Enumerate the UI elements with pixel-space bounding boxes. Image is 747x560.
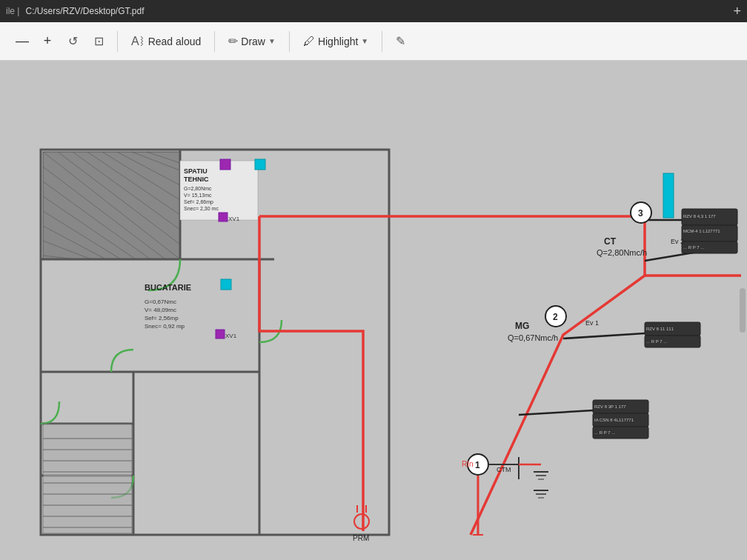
file-path: C:/Users/RZV/Desktop/GT.pdf	[25, 6, 144, 16]
svg-text:CT: CT	[604, 236, 617, 247]
svg-text:MCM-4 1 L127771: MCM-4 1 L127771	[683, 229, 720, 233]
svg-text:V= 15,13mc: V= 15,13mc	[184, 193, 212, 198]
fit-icon: ⊡	[94, 34, 104, 48]
draw-icon: ✏	[228, 34, 238, 48]
highlight-button[interactable]: 🖊 Highlight ▼	[297, 32, 374, 51]
read-aloud-label: Read aloud	[148, 36, 202, 47]
svg-text:RZV 8 3P 1 177: RZV 8 3P 1 177	[594, 404, 626, 409]
svg-text:3: 3	[638, 208, 643, 219]
svg-text:Snec= 0,92 mp: Snec= 0,92 mp	[145, 323, 185, 330]
svg-text:Q=2,80Nmc/h: Q=2,80Nmc/h	[597, 248, 647, 257]
zoom-in-button[interactable]: +	[37, 31, 58, 52]
svg-text:2: 2	[553, 312, 558, 322]
more-tools-button[interactable]: ✎	[390, 31, 411, 51]
draw-label: Draw	[241, 36, 265, 47]
svg-text:RIn: RIn	[462, 460, 474, 468]
svg-text:Ev 1: Ev 1	[585, 319, 599, 327]
svg-rect-41	[221, 279, 231, 290]
zoom-out-button[interactable]: —	[12, 31, 33, 52]
svg-text:XV1: XV1	[225, 333, 237, 339]
rotate-icon: ↺	[68, 34, 78, 48]
title-bar: ile | C:/Users/RZV/Desktop/GT.pdf +	[0, 0, 747, 22]
svg-rect-32	[255, 159, 265, 170]
scroll-indicator[interactable]	[740, 288, 746, 333]
highlight-icon: 🖊	[303, 35, 315, 48]
pdf-diagram: SPATIU TEHNIC G=2,80Nmc V= 15,13mc Sef= …	[0, 61, 747, 560]
svg-text:... R P 7 ...: ... R P 7 ...	[594, 430, 616, 435]
svg-rect-42	[216, 330, 225, 339]
svg-text:V= 48,09mc: V= 48,09mc	[145, 307, 176, 313]
svg-text:TEHNIC: TEHNIC	[184, 176, 209, 183]
read-aloud-button[interactable]: A⧘ Read aloud	[125, 32, 207, 51]
svg-rect-34	[219, 213, 228, 221]
svg-text:Q=0,67Nmc/h: Q=0,67Nmc/h	[508, 333, 558, 342]
minus-icon: —	[16, 33, 29, 49]
maximize-icon: +	[733, 4, 741, 19]
svg-text:RZV 8 11 111: RZV 8 11 111	[646, 327, 674, 331]
svg-text:RZV 8 4,3 1 177: RZV 8 4,3 1 177	[683, 214, 716, 219]
fit-page-button[interactable]: ⊡	[88, 31, 110, 51]
svg-text:PRM: PRM	[353, 534, 369, 542]
separator-4	[382, 31, 382, 52]
svg-text:Sef= 2,66mp: Sef= 2,66mp	[184, 199, 213, 205]
rotate-button[interactable]: ↺	[62, 31, 84, 51]
svg-text:IA CSN 8 4L117771: IA CSN 8 4L117771	[594, 418, 634, 422]
highlight-chevron-icon: ▼	[361, 37, 368, 45]
svg-text:Ev 2: Ev 2	[671, 238, 684, 245]
plus-icon: +	[44, 33, 52, 49]
separator-2	[214, 31, 215, 52]
svg-text:G=0,67Nmc: G=0,67Nmc	[145, 299, 176, 305]
svg-text:SPATIU: SPATIU	[184, 167, 208, 175]
svg-text:CTM: CTM	[497, 466, 511, 473]
svg-text:... R P 7 ...: ... R P 7 ...	[646, 339, 668, 344]
more-icon: ✎	[396, 34, 405, 48]
svg-text:G=2,80Nmc: G=2,80Nmc	[184, 186, 212, 191]
separator-3	[289, 31, 290, 52]
svg-text:... R P 7 ...: ... R P 7 ...	[683, 245, 705, 250]
svg-rect-86	[663, 173, 674, 218]
svg-rect-33	[220, 159, 230, 170]
svg-text:BUCATARIE: BUCATARIE	[145, 283, 191, 292]
separator-1	[117, 31, 118, 52]
svg-text:1: 1	[475, 460, 480, 470]
svg-text:Snec= 2,30 mc: Snec= 2,30 mc	[184, 206, 219, 211]
highlight-label: Highlight	[318, 36, 358, 47]
svg-text:MG: MG	[515, 321, 529, 331]
svg-rect-60	[682, 225, 737, 241]
draw-button[interactable]: ✏ Draw ▼	[222, 31, 282, 51]
draw-chevron-icon: ▼	[268, 37, 276, 45]
svg-rect-44	[43, 424, 132, 533]
toolbar: — + ↺ ⊡ A⧘ Read aloud ✏ Draw ▼ 🖊 Highlig…	[0, 22, 747, 61]
speaker-icon: A⧘	[131, 35, 145, 48]
file-menu-label: ile |	[6, 6, 19, 16]
svg-text:XV1: XV1	[228, 216, 240, 222]
main-content: SPATIU TEHNIC G=2,80Nmc V= 15,13mc Sef= …	[0, 61, 747, 560]
svg-text:Sef= 2,56mp: Sef= 2,56mp	[145, 315, 179, 321]
